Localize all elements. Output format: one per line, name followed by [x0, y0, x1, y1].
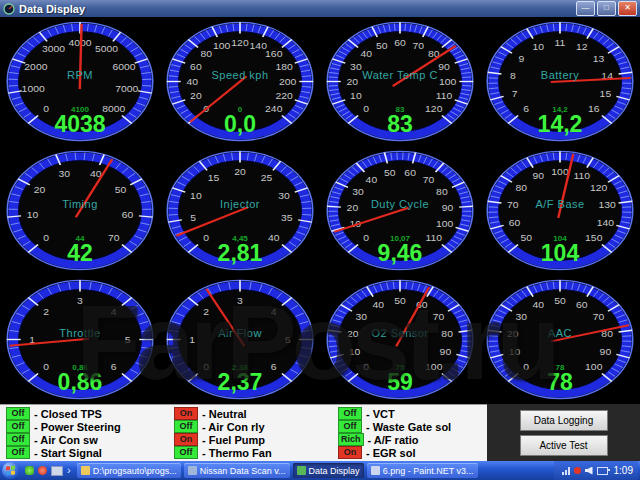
battery-icon[interactable]: [597, 467, 608, 475]
svg-text:10: 10: [509, 347, 521, 357]
status-label: - Fuel Pump: [202, 434, 265, 446]
svg-text:50: 50: [376, 41, 388, 51]
gauge-timing: 010203040506070Timing4442: [0, 146, 160, 275]
svg-text:90: 90: [533, 171, 545, 181]
svg-text:100: 100: [436, 219, 453, 229]
status-label: - Neutral: [202, 408, 247, 420]
volume-icon[interactable]: [585, 467, 593, 475]
status-item: Off- Air Con rly: [174, 420, 338, 433]
data-display-window: Data Display — □ ✕ 010002000300040005000…: [0, 0, 640, 480]
gauge-value: 2,37: [160, 369, 320, 396]
status-label: - A/F ratio: [368, 434, 419, 446]
show-desktop-icon[interactable]: [51, 466, 63, 476]
data-logging-button[interactable]: Data Logging: [520, 410, 608, 431]
task-label: D:\progsauto\progs...: [93, 466, 177, 476]
svg-text:5: 5: [190, 213, 196, 223]
status-item: Off- Waste Gate sol: [338, 420, 486, 433]
svg-text:160: 160: [265, 49, 282, 59]
svg-text:7: 7: [512, 89, 518, 99]
gauge-o2-sensor: 0102030405060708090100O2 Sensor7559: [320, 275, 480, 404]
status-label: - Air Con rly: [202, 421, 265, 433]
svg-text:60: 60: [576, 300, 588, 310]
status-badge: On: [174, 407, 198, 420]
system-tray: 1:09: [554, 461, 638, 480]
gauge-title: Duty Cycle: [320, 198, 480, 210]
svg-text:90: 90: [440, 347, 452, 357]
svg-text:140: 140: [597, 218, 614, 228]
gauge-value: 0,86: [0, 369, 160, 396]
folder-icon: [81, 466, 90, 475]
windows-logo-icon: [6, 466, 15, 476]
gauge-title: Battery: [480, 69, 640, 81]
title-bar: Data Display — □ ✕: [0, 0, 640, 17]
quick-launch: ›: [25, 465, 71, 476]
maximize-button[interactable]: □: [597, 1, 616, 16]
status-label: - EGR sol: [366, 447, 416, 459]
signal-icon[interactable]: [562, 467, 570, 475]
status-badge: Rich: [338, 433, 364, 446]
svg-text:50: 50: [394, 296, 406, 306]
task-button-strip: D:\progsauto\progs...Nissan Data Scan v.…: [77, 463, 478, 478]
status-label: - Power Steering: [34, 421, 121, 433]
status-item: On- EGR sol: [338, 446, 486, 459]
minimize-button[interactable]: —: [576, 1, 595, 16]
gauge-value: 104: [480, 240, 640, 267]
svg-text:4: 4: [111, 307, 117, 317]
quick-launch-red-icon[interactable]: [38, 466, 47, 475]
gauge-title: Speed kph: [160, 69, 320, 81]
quick-launch-green-icon[interactable]: [25, 466, 34, 475]
task-button[interactable]: Nissan Data Scan v...: [184, 463, 290, 478]
task-label: 6.png - Paint.NET v3...: [383, 466, 474, 476]
gauge-battery: 678910111213141516Battery14,214,2: [480, 17, 640, 146]
status-badge: On: [174, 433, 198, 446]
status-badge: Off: [174, 420, 198, 433]
svg-text:20: 20: [190, 91, 202, 101]
task-button[interactable]: D:\progsauto\progs...: [77, 463, 181, 478]
svg-text:40: 40: [533, 300, 545, 310]
scan-icon: [188, 466, 197, 475]
status-badge: Off: [6, 446, 30, 459]
status-label: - Waste Gate sol: [366, 421, 451, 433]
close-button[interactable]: ✕: [618, 1, 637, 16]
svg-text:2: 2: [203, 307, 209, 317]
svg-text:4: 4: [271, 307, 277, 317]
svg-text:70: 70: [593, 312, 605, 322]
svg-text:30: 30: [356, 312, 368, 322]
side-button-panel: Data Logging Active Test: [487, 404, 640, 461]
gauge-title: Water Temp C: [320, 69, 480, 81]
gauge-rpm: 010002000300040005000600070008000RPM4100…: [0, 17, 160, 146]
task-button[interactable]: Data Display: [293, 463, 364, 478]
chevron-right-icon[interactable]: ›: [67, 465, 71, 476]
svg-text:12: 12: [576, 42, 588, 52]
svg-text:120: 120: [231, 38, 248, 48]
gauge-value: 59: [320, 369, 480, 396]
status-item: Off- Closed TPS: [6, 407, 174, 420]
status-column: Off- VCTOff- Waste Gate solRich- A/F rat…: [338, 407, 486, 461]
gauge-duty-cycle: 0102030405060708090100110Duty Cycle10,07…: [320, 146, 480, 275]
task-button[interactable]: 6.png - Paint.NET v3...: [367, 463, 478, 478]
task-label: Nissan Data Scan v...: [200, 466, 286, 476]
active-test-button[interactable]: Active Test: [520, 435, 608, 456]
gauge-value: 83: [320, 111, 480, 138]
gauge-value: 2,81: [160, 240, 320, 267]
svg-text:100: 100: [213, 41, 230, 51]
gauge-aac: 0102030405060708090100AAC7878: [480, 275, 640, 404]
gauge-title: AAC: [480, 327, 640, 339]
svg-text:80: 80: [436, 187, 448, 197]
status-item: Off- Power Steering: [6, 420, 174, 433]
gauge-title: Throttle: [0, 327, 160, 339]
taskbar-clock[interactable]: 1:09: [614, 465, 633, 476]
gauge-title: RPM: [0, 69, 160, 81]
status-label: - Start Signal: [34, 447, 102, 459]
svg-text:10: 10: [349, 347, 361, 357]
status-panel: Off- Closed TPSOff- Power SteeringOff- A…: [0, 404, 640, 461]
status-badge: Off: [338, 420, 362, 433]
svg-text:100: 100: [551, 167, 568, 177]
gauge-title: Timing: [0, 198, 160, 210]
svg-text:50: 50: [115, 185, 127, 195]
gauge-speed: 020406080100120140160180200220240Speed k…: [160, 17, 320, 146]
status-item: Off- Air Con sw: [6, 433, 174, 446]
status-badge: Off: [6, 407, 30, 420]
notify-icon[interactable]: [574, 467, 581, 474]
start-button[interactable]: [2, 462, 19, 479]
